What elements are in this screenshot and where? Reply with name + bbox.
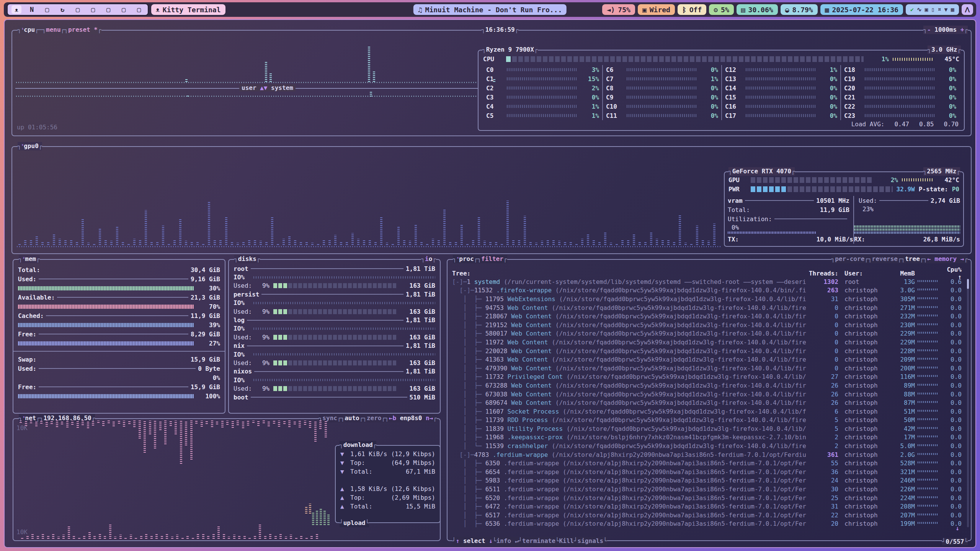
process-row[interactable]: │ ├─ 11732 Privileged Cont (/nix/store/f… (452, 373, 962, 381)
vram-used-percent: 23% (859, 205, 874, 213)
process-row[interactable]: │ ├─ 6520 .ferdium-wrappe (/nix/store/a1… (452, 494, 962, 502)
terminate-button[interactable]: terminate (522, 537, 555, 545)
kill-button[interactable]: Kill (559, 537, 574, 545)
per-core-button[interactable]: per-core (835, 255, 864, 263)
filter-button[interactable]: filter (481, 255, 503, 263)
media-player-widget[interactable]: ♫ Minuit Machine - Don't Run Fro... (413, 4, 567, 15)
tray-icon-5[interactable]: ¤ (938, 6, 941, 13)
notification-bell-button[interactable]: ᐱ (962, 4, 973, 15)
tray-icon-1[interactable]: ✔ (910, 6, 914, 13)
column-header-memory[interactable]: MemB (890, 270, 915, 277)
process-row[interactable]: │ ├─ 673038 Web Content (/nix/store/fqad… (452, 390, 962, 399)
tray-icon-3[interactable]: ▣ (925, 6, 928, 13)
process-row[interactable]: │ ├─ 580017 Web Content (/nix/store/fqad… (452, 329, 962, 338)
process-row[interactable]: │ ├─ 6350 .ferdium-wrappe (/nix/store/a1… (452, 459, 962, 468)
column-header-tree[interactable]: Tree: (452, 270, 806, 277)
process-row[interactable]: │ ├─ 6517 .ferdium-wrappe (/nix/store/a1… (452, 511, 962, 520)
process-row[interactable]: │ ├─ 94753 Web Content (/nix/store/fqadd… (452, 303, 962, 312)
cpu-usage-bar (506, 56, 864, 62)
process-row[interactable]: │ ├─ 6511 .ferdium-wrappe (/nix/store/a1… (452, 485, 962, 494)
process-row[interactable]: │ ├─ 11972 Web Content (/nix/store/fqadd… (452, 338, 962, 347)
interval-value: 1000ms (934, 26, 957, 34)
process-scrollbar[interactable] (967, 279, 969, 527)
tray-icon-2[interactable]: ∿ (917, 6, 922, 13)
volume-widget[interactable]: ◄)75% (602, 4, 635, 15)
net-stats-panel: ┐download┌ ┘upload└ ▼1,61 KiB/s(12,9 Kib… (335, 445, 441, 523)
tray-icon-7[interactable]: ▦ (951, 6, 954, 13)
column-header-threads[interactable]: Threads: (806, 270, 838, 277)
process-row[interactable]: │ ├─ 11839 Utility Process (/nix/store/f… (452, 424, 962, 433)
gpu-history-graph (15, 150, 723, 250)
process-row[interactable]: │ ├─ 219152 Web Content (/nix/store/fqad… (452, 321, 962, 329)
workspace-5[interactable]: ▢ (73, 5, 83, 14)
select-up-key[interactable]: ↑ (456, 537, 460, 545)
cpu-frequency-label: 3.0 GHz (931, 46, 957, 54)
disk-widget[interactable]: ◒8.79% (781, 4, 818, 15)
bell-icon: ᐱ (965, 6, 970, 14)
reverse-button[interactable]: reverse (872, 255, 898, 263)
kitty-terminal-window[interactable]: ┐¹cpu┌─┐menu┌┐preset *┌ ┐16:36:59┌ ┐- 10… (4, 19, 976, 548)
mem-stat: Cached:11,9 GiB (18, 311, 220, 320)
process-row[interactable]: │ ├─ 41363 Web Content (/nix/store/fqadd… (452, 355, 962, 364)
workspace-3[interactable]: ▢ (42, 5, 52, 14)
clock-widget[interactable]: ▦2025-07-22 16:36 (820, 4, 903, 15)
process-row[interactable]: │ ├─ 6536 .ferdium-wrappe (/nix/store/a1… (452, 520, 962, 528)
tray-icon-6[interactable]: ▼ (944, 6, 948, 13)
disk-io-row: IO% (234, 273, 435, 281)
memory-widget[interactable]: ▤30.06% (737, 4, 778, 15)
process-row[interactable]: │ ├─ 11795 WebExtensions (/nix/store/fqa… (452, 295, 962, 303)
select-button[interactable]: select (463, 537, 485, 545)
process-row[interactable]: │ ├─ 673288 Web Content (/nix/store/fqad… (452, 381, 962, 390)
process-row[interactable]: │ └─ 11539 crashhelper (/nix/store/fqadd… (452, 442, 962, 450)
workspace-7[interactable]: ▢ (103, 5, 113, 14)
active-window-button[interactable]: ᴥ Kitty Terminal (151, 4, 225, 15)
process-row[interactable]: │ ├─ 689674 Web Content (/nix/store/fqad… (452, 398, 962, 407)
process-row[interactable]: │ ├─ 11739 RDD Process (/nix/store/fqadd… (452, 416, 962, 425)
process-row[interactable]: │ ├─ 218067 Web Content (/nix/store/fqad… (452, 312, 962, 321)
process-row[interactable]: │ ├─ 11968 .keepassxc-prox (/nix/store/b… (452, 433, 962, 442)
sort-column-button[interactable]: ← memory → (927, 255, 964, 263)
workspace-1[interactable]: ᴥ (11, 5, 21, 14)
workspace-switcher[interactable]: ᴥN▢↻▢▢▢▢▢ (7, 3, 149, 16)
gpu-info-panel: ┐GeForce RTX 4070┌ ┐2565 MHz┌ GPU 2% 42°… (724, 171, 964, 247)
workspace-4[interactable]: ↻ (57, 5, 67, 14)
workspace-2[interactable]: N (27, 5, 37, 14)
column-header-user[interactable]: User: (838, 270, 890, 277)
cpu-model-label: Ryzen 9 7900X (486, 46, 534, 54)
tree-button[interactable]: tree (905, 255, 920, 263)
interval-increase-button[interactable]: + (960, 26, 964, 34)
process-row[interactable]: │ ├─ 5983 .ferdium-wrappe (/nix/store/a1… (452, 476, 962, 485)
vram-frequency: 10501 MHz (816, 197, 849, 204)
signals-button[interactable]: signals (578, 537, 603, 545)
cpu-total-label: CPU (483, 55, 502, 63)
core-C19: C190% (840, 74, 959, 83)
interval-decrease-button[interactable]: - (927, 26, 931, 34)
download-label: download (343, 441, 373, 449)
network-widget[interactable]: ▣Wired (638, 4, 675, 15)
gpu-pstate-value: P0 (952, 186, 959, 193)
system-tray[interactable]: ✔∿▣▯¤▼▦ (906, 4, 959, 15)
process-row[interactable]: [-]─4783 .ferdium-wrappe (/nix/store/a1p… (452, 450, 962, 459)
select-down-key[interactable]: ↓ (489, 537, 493, 545)
gpu-frequency-label: 2565 MHz (927, 167, 956, 176)
process-row[interactable]: [-]─1 systemd (/run/current-system/syste… (452, 277, 962, 286)
tray-icon-4[interactable]: ▯ (931, 6, 935, 13)
process-row[interactable]: │ ├─ 6472 .ferdium-wrappe (/nix/store/a1… (452, 502, 962, 511)
gpu-percent: 2% (877, 176, 898, 184)
cpu-widget[interactable]: ⚙5% (709, 4, 734, 15)
cpu-graph-legend[interactable]: user ▲▼ system (239, 84, 296, 91)
info-button[interactable]: info ↵ (497, 537, 519, 545)
bluetooth-widget[interactable]: ᛒOff (678, 4, 706, 15)
process-row[interactable]: │ ├─ 11607 Socket Process (/nix/store/fq… (452, 407, 962, 416)
process-row[interactable]: │ ├─ 6654 .ferdium-wrappe (/nix/store/a1… (452, 468, 962, 476)
io-mode-button[interactable]: i (425, 255, 429, 263)
process-panel: ┐⁴proc┌┐filter┌ ┐per-core┌┐reverse┌┐tree… (447, 259, 972, 541)
process-row[interactable]: │ ├─ 479390 Web Content (/nix/store/fqad… (452, 364, 962, 373)
workspace-8[interactable]: ▢ (119, 5, 129, 14)
workspace-9[interactable]: ▢ (134, 5, 144, 14)
core-C16: C160% (721, 102, 840, 111)
workspace-6[interactable]: ▢ (88, 5, 98, 14)
process-row[interactable]: [-]─11532 .firefox-wrappe (/nix/store/fq… (452, 286, 962, 295)
process-row[interactable]: │ ├─ 220028 Web Content (/nix/store/fqad… (452, 347, 962, 355)
cpu-panel: ┐¹cpu┌─┐menu┌┐preset *┌ ┐16:36:59┌ ┐- 10… (11, 30, 972, 136)
